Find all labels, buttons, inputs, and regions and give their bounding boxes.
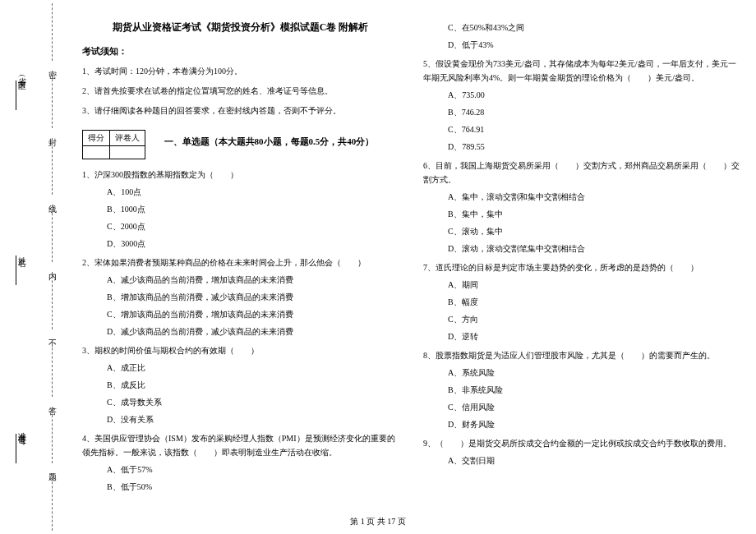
question-stem: 6、目前，我国上海期货交易所采用（ ）交割方式，郑州商品交易所采用（ ）交割方式… [423,159,740,186]
label-id: 准考证号 [16,426,27,463]
dashed-line-icon [52,407,53,464]
seal-marker: 题 [46,467,58,470]
dashed-line-icon [52,205,53,262]
page: 省（市区） 姓名 准考证号 密 封 线 内 不 答 题 期货从业资格证考试《期货… [0,0,756,534]
underline-icon [16,255,16,285]
exam-content: 期货从业资格证考试《期货投资分析》模拟试题C卷 附解析 考试须知： 1、考试时间… [82,21,740,509]
page-footer: 第 1 页 共 17 页 [0,516,756,527]
score-table: 得分 评卷人 [82,130,145,159]
dashed-line-icon [52,71,53,128]
notice-header: 考试须知： [82,46,399,58]
question-option: C、在50%和43%之间 [448,21,740,35]
seal-marker: 线 [46,198,58,201]
score-header-score: 得分 [83,131,110,146]
dashed-line-icon [52,3,53,61]
binding-seal-line: 密 封 线 内 不 答 题 [31,0,72,534]
question-stem: 8、股票指数期货是为适应人们管理股市风险，尤其是（ ）的需要而产生的。 [423,348,740,362]
label-name: 姓名 [16,251,27,285]
question-option: A、期间 [448,278,740,292]
dashed-line-icon [52,339,53,397]
underline-icon [16,81,16,110]
question-stem: 1、沪深300股指数的基期指数定为（ ） [82,168,399,182]
question-option: C、成导数关系 [107,395,399,409]
question-option: B、集中，集中 [448,207,740,221]
question-option: B、1000点 [107,202,399,216]
section-title: 一、单选题（本大题共80小题，每题0.5分，共40分） [164,136,375,146]
underline-icon [16,434,16,463]
score-cell [83,146,110,159]
question-option: B、成反比 [107,378,399,392]
seal-marker: 封 [46,131,58,135]
question-option: D、没有关系 [107,412,399,426]
notice-item: 3、请仔细阅读各种题目的回答要求，在密封线内答题，否则不予评分。 [82,104,399,118]
binding-form-labels: 省（市区） 姓名 准考证号 [13,0,30,534]
question-option: C、方向 [448,312,740,326]
score-header-grader: 评卷人 [110,131,145,146]
dashed-line-icon [52,272,53,329]
question-option: D、低于43% [448,38,740,52]
question-stem: 3、期权的时间价值与期权合约的有效期（ ） [82,343,399,357]
question-option: B、低于50% [107,480,399,494]
score-row: 得分 评卷人 一、单选题（本大题共80小题，每题0.5分，共40分） [82,123,399,163]
question-option: D、财务风险 [448,417,740,431]
seal-marker: 内 [46,265,58,269]
label-province: 省（市区） [16,71,27,110]
question-stem: 4、美国供应管理协会（ISM）发布的采购经理人指数（PMI）是预测经济变化的重要… [82,431,399,459]
question-option: A、系统风险 [448,366,740,380]
question-option: D、减少该商品的当前消费，减少该商品的未来消费 [107,325,399,338]
score-cell [110,146,145,159]
question-option: D、逆转 [448,329,740,343]
exam-title: 期货从业资格证考试《期货投资分析》模拟试题C卷 附解析 [82,21,399,35]
seal-marker: 答 [46,400,58,403]
question-option: B、非系统风险 [448,383,740,397]
question-option: A、低于57% [107,463,399,476]
question-option: C、764.91 [448,122,740,136]
question-option: B、746.28 [448,105,740,119]
question-option: A、交割日期 [448,453,740,467]
question-option: A、100点 [107,185,399,199]
question-stem: 7、道氏理论的目标是判定市场主要趋势的变化，所考虑的是趋势的（ ） [423,260,740,274]
question-option: B、增加该商品的当前消费，减少该商品的未来消费 [107,290,399,304]
question-option: A、成正比 [107,361,399,375]
question-stem: 5、假设黄金现价为733美元/盎司，其存储成本为每年2美元/盎司，一年后支付，美… [423,57,740,85]
question-option: D、789.55 [448,140,740,154]
question-option: A、735.00 [448,88,740,102]
question-stem: 9、（ ）是期货交易所按成交合约金额的一定比例或按成交合约手数收取的费用。 [423,436,740,450]
notice-item: 1、考试时间：120分钟，本卷满分为100分。 [82,64,399,79]
question-option: D、滚动，滚动交割笔集中交割相结合 [448,242,740,255]
dashed-line-icon [52,138,53,196]
question-option: C、2000点 [107,219,399,233]
seal-marker: 密 [46,64,58,67]
notice-item: 2、请首先按要求在试卷的指定位置填写您的姓名、准考证号等信息。 [82,84,399,99]
question-option: B、幅度 [448,295,740,309]
question-option: D、3000点 [107,237,399,251]
question-option: C、滚动，集中 [448,224,740,238]
seal-marker: 不 [46,333,58,336]
question-stem: 2、宋体如果消费者预期某种商品的价格在未来时间会上升，那么他会（ ） [82,255,399,269]
question-option: A、集中，滚动交割和集中交割相结合 [448,190,740,204]
question-option: C、信用风险 [448,400,740,414]
question-option: C、增加该商品的当前消费，增加该商品的未来消费 [107,307,399,321]
question-option: A、减少该商品的当前消费，增加该商品的未来消费 [107,273,399,287]
